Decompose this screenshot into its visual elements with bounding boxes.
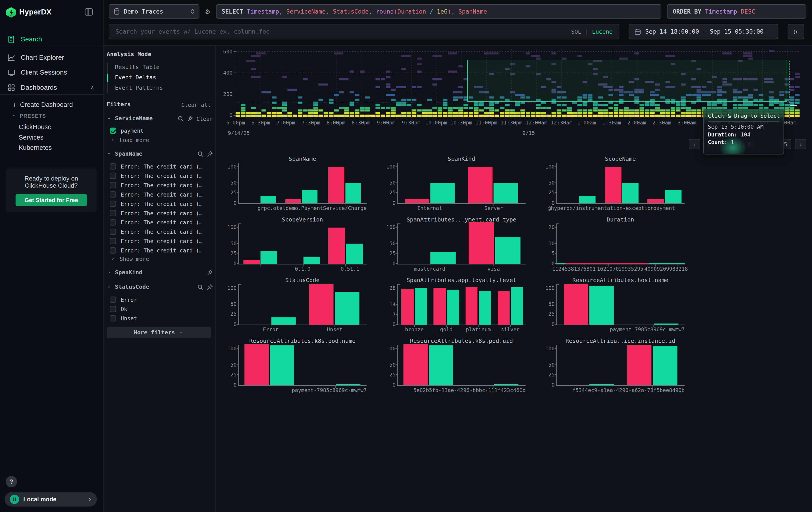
checkbox[interactable]: [110, 228, 116, 235]
inlier-bar[interactable]: [260, 196, 276, 203]
outlier-bar[interactable]: [404, 344, 428, 385]
inlier-bar[interactable]: [494, 384, 519, 385]
outlier-bar[interactable]: [497, 291, 510, 325]
statuscode-row[interactable]: Unset: [110, 314, 213, 323]
servicename-row[interactable]: payment: [110, 126, 213, 135]
inlier-bar[interactable]: [447, 290, 459, 325]
outlier-bar[interactable]: [405, 199, 429, 203]
checkbox[interactable]: [110, 315, 116, 321]
inlier-bar[interactable]: [430, 183, 455, 203]
inlier-bar[interactable]: [622, 183, 639, 203]
inlier-bar[interactable]: [336, 384, 360, 385]
checkbox[interactable]: [110, 297, 116, 303]
checkbox[interactable]: [110, 163, 116, 170]
pin-icon[interactable]: [187, 115, 194, 122]
mode-event-patterns[interactable]: Event Patterns: [107, 83, 163, 93]
search-icon[interactable]: [197, 151, 203, 157]
outlier-bar[interactable]: [243, 260, 260, 264]
inlier-bar[interactable]: [429, 345, 453, 385]
spanname-row[interactable]: Error: The credit card (…: [110, 190, 213, 199]
search-input[interactable]: Search your events w/ Lucene ex. column:…: [109, 24, 619, 39]
heatmap-selection-box[interactable]: [467, 60, 787, 102]
page-prev-button[interactable]: ‹: [689, 139, 700, 150]
sidebar-item-search[interactable]: Search: [0, 32, 104, 47]
checkbox[interactable]: [110, 173, 116, 179]
outlier-bar[interactable]: [309, 284, 333, 325]
search-icon[interactable]: [178, 115, 184, 122]
order-by-input[interactable]: ORDER BY Timestamp DESC: [667, 4, 807, 19]
spanname-row[interactable]: Error: The credit card (…: [110, 199, 213, 208]
inlier-bar[interactable]: [589, 384, 613, 385]
inlier-bar[interactable]: [654, 323, 678, 325]
more-filters-button[interactable]: More filters›: [107, 327, 211, 338]
outlier-bar[interactable]: [627, 345, 651, 385]
inlier-bar[interactable]: [589, 286, 613, 325]
inlier-bar[interactable]: [302, 191, 317, 203]
lucene-toggle[interactable]: Lucene: [592, 28, 613, 35]
statuscode-row[interactable]: Ok: [110, 304, 213, 314]
statuscode-row[interactable]: Error: [110, 295, 213, 304]
help-button[interactable]: ?: [6, 476, 17, 487]
inlier-bar[interactable]: [494, 183, 518, 203]
inlier-bar[interactable]: [479, 291, 491, 325]
sidebar-item-services[interactable]: Services: [0, 132, 104, 143]
checkbox[interactable]: [110, 128, 116, 134]
inlier-bar[interactable]: [270, 345, 294, 385]
spanname-row[interactable]: Error: The credit card (…: [110, 171, 213, 181]
outlier-bar[interactable]: [566, 263, 649, 264]
mode-results-table[interactable]: Results Table: [107, 62, 163, 73]
get-started-button[interactable]: Get Started for Free: [16, 194, 87, 206]
date-range-picker[interactable]: Sep 14 18:00:00 - Sep 15 05:30:00: [629, 24, 778, 39]
sidebar-item-chart-explorer[interactable]: Chart Explorer: [0, 50, 104, 65]
clear-all-filters[interactable]: Clear all: [181, 102, 211, 108]
spanname-row[interactable]: Error: The credit card (…: [110, 246, 213, 255]
run-query-button[interactable]: ▷: [788, 24, 805, 39]
outlier-bar[interactable]: [328, 167, 344, 203]
inlier-bar[interactable]: [430, 252, 456, 264]
chevron-up-icon[interactable]: ∧: [90, 85, 94, 90]
checkbox[interactable]: [110, 191, 116, 197]
inlier-bar[interactable]: [346, 244, 363, 264]
inlier-bar[interactable]: [511, 287, 523, 325]
sidebar-collapse-icon[interactable]: [85, 8, 93, 16]
sidebar-item-dashboards[interactable]: Dashboards ∧: [0, 80, 104, 95]
outlier-bar[interactable]: [402, 289, 414, 325]
checkbox[interactable]: [110, 238, 116, 244]
pin-icon[interactable]: [207, 269, 213, 276]
inlier-bar[interactable]: [303, 257, 320, 264]
outlier-bar[interactable]: [286, 199, 301, 203]
inlier-bar[interactable]: [665, 191, 682, 203]
inlier-bar[interactable]: [495, 237, 521, 264]
filter-group-spanname[interactable]: › SpanName: [107, 150, 213, 158]
create-dashboard-button[interactable]: + Create Dashboard: [0, 100, 104, 110]
filter-group-spankind[interactable]: › SpanKind: [107, 268, 213, 276]
spanname-row[interactable]: Error: The credit card (…: [110, 236, 213, 246]
sql-toggle[interactable]: SQL: [571, 28, 581, 35]
mode-event-deltas[interactable]: Event Deltas: [107, 73, 163, 83]
checkbox[interactable]: [110, 182, 116, 188]
inlier-bar[interactable]: [335, 292, 359, 325]
inlier-bar[interactable]: [415, 288, 427, 325]
inlier-bar[interactable]: [579, 196, 596, 203]
inlier-bar[interactable]: [346, 183, 361, 203]
load-more-button[interactable]: › Load more: [110, 136, 209, 143]
sidebar-item-kubernetes[interactable]: Kubernetes: [0, 142, 104, 153]
checkbox[interactable]: [110, 200, 116, 207]
outlier-bar[interactable]: [328, 227, 345, 264]
inlier-bar[interactable]: [271, 318, 295, 325]
spanname-row[interactable]: Error: The credit card (…: [110, 208, 213, 218]
pin-icon[interactable]: [207, 151, 213, 157]
spanname-row[interactable]: Error: The credit card (…: [110, 181, 213, 190]
search-icon[interactable]: [197, 284, 203, 290]
spanname-row[interactable]: Error: The credit card (…: [110, 162, 213, 171]
pin-icon[interactable]: [207, 284, 213, 290]
gear-icon[interactable]: ⚙: [203, 7, 212, 16]
filter-group-servicename[interactable]: › ServiceName Clear: [107, 115, 213, 123]
sidebar-item-client-sessions[interactable]: Client Sessions: [0, 65, 104, 80]
checkbox[interactable]: [110, 219, 116, 225]
inlier-bar[interactable]: [653, 346, 677, 385]
outlier-bar[interactable]: [563, 284, 588, 325]
outlier-bar[interactable]: [434, 288, 446, 325]
outlier-bar[interactable]: [469, 222, 494, 264]
outlier-bar[interactable]: [605, 167, 621, 203]
